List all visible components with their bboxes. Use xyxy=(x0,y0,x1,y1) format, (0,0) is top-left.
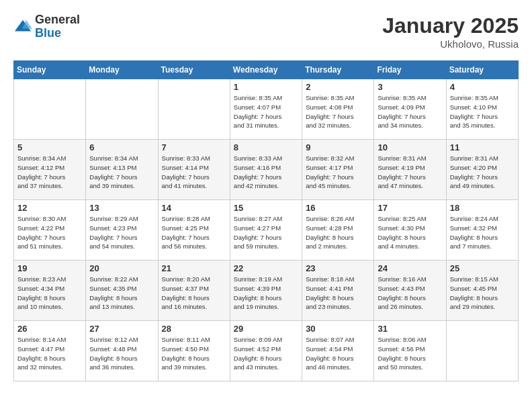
calendar-week-row: 1Sunrise: 8:35 AMSunset: 4:07 PMDaylight… xyxy=(14,79,519,140)
day-number: 26 xyxy=(17,324,82,334)
calendar-day-header: Wednesday xyxy=(230,61,302,79)
calendar-day-cell: 12Sunrise: 8:30 AMSunset: 4:22 PMDayligh… xyxy=(14,200,86,261)
calendar-day-cell: 4Sunrise: 8:35 AMSunset: 4:10 PMDaylight… xyxy=(446,79,518,140)
calendar-day-cell: 3Sunrise: 8:35 AMSunset: 4:09 PMDaylight… xyxy=(374,79,446,140)
calendar-day-cell: 2Sunrise: 8:35 AMSunset: 4:08 PMDaylight… xyxy=(302,79,374,140)
day-info: Sunrise: 8:35 AMSunset: 4:09 PMDaylight:… xyxy=(378,93,442,130)
calendar-day-cell: 29Sunrise: 8:09 AMSunset: 4:52 PMDayligh… xyxy=(230,321,302,381)
calendar-day-cell: 24Sunrise: 8:16 AMSunset: 4:43 PMDayligh… xyxy=(374,261,446,321)
calendar-day-cell: 27Sunrise: 8:12 AMSunset: 4:48 PMDayligh… xyxy=(86,321,158,381)
logo-general-text: General xyxy=(35,13,80,27)
calendar-day-cell: 10Sunrise: 8:31 AMSunset: 4:19 PMDayligh… xyxy=(374,140,446,200)
day-number: 7 xyxy=(162,142,226,152)
day-info: Sunrise: 8:35 AMSunset: 4:07 PMDaylight:… xyxy=(234,93,298,130)
day-number: 8 xyxy=(234,142,298,152)
calendar-day-header: Saturday xyxy=(446,61,518,79)
calendar-day-cell: 20Sunrise: 8:22 AMSunset: 4:35 PMDayligh… xyxy=(86,261,158,321)
day-info: Sunrise: 8:34 AMSunset: 4:12 PMDaylight:… xyxy=(17,154,82,191)
day-info: Sunrise: 8:14 AMSunset: 4:47 PMDaylight:… xyxy=(17,335,82,372)
day-info: Sunrise: 8:30 AMSunset: 4:22 PMDaylight:… xyxy=(17,214,82,251)
calendar-week-row: 26Sunrise: 8:14 AMSunset: 4:47 PMDayligh… xyxy=(14,321,519,381)
day-number: 17 xyxy=(378,203,442,213)
day-number: 18 xyxy=(450,203,515,213)
day-info: Sunrise: 8:31 AMSunset: 4:19 PMDaylight:… xyxy=(378,154,442,191)
calendar-day-cell: 9Sunrise: 8:32 AMSunset: 4:17 PMDaylight… xyxy=(302,140,374,200)
day-number: 12 xyxy=(17,203,82,213)
day-info: Sunrise: 8:16 AMSunset: 4:43 PMDaylight:… xyxy=(378,275,442,312)
calendar-day-cell: 26Sunrise: 8:14 AMSunset: 4:47 PMDayligh… xyxy=(14,321,86,381)
calendar-day-cell: 23Sunrise: 8:18 AMSunset: 4:41 PMDayligh… xyxy=(302,261,374,321)
calendar-day-cell xyxy=(86,79,158,140)
calendar-header-row: SundayMondayTuesdayWednesdayThursdayFrid… xyxy=(14,61,519,79)
day-number: 10 xyxy=(378,142,442,152)
calendar-day-cell: 21Sunrise: 8:20 AMSunset: 4:37 PMDayligh… xyxy=(158,261,230,321)
day-info: Sunrise: 8:28 AMSunset: 4:25 PMDaylight:… xyxy=(162,214,226,251)
calendar-day-cell: 8Sunrise: 8:33 AMSunset: 4:16 PMDaylight… xyxy=(230,140,302,200)
calendar-day-cell xyxy=(158,79,230,140)
calendar-day-header: Tuesday xyxy=(158,61,230,79)
calendar-day-cell: 5Sunrise: 8:34 AMSunset: 4:12 PMDaylight… xyxy=(14,140,86,200)
day-info: Sunrise: 8:32 AMSunset: 4:17 PMDaylight:… xyxy=(306,154,370,191)
calendar-week-row: 12Sunrise: 8:30 AMSunset: 4:22 PMDayligh… xyxy=(14,200,519,261)
page-header: General Blue January 2025 Ukholovo, Russ… xyxy=(13,13,519,50)
calendar-day-cell: 28Sunrise: 8:11 AMSunset: 4:50 PMDayligh… xyxy=(158,321,230,381)
calendar-day-cell: 30Sunrise: 8:07 AMSunset: 4:54 PMDayligh… xyxy=(302,321,374,381)
calendar-day-cell: 6Sunrise: 8:34 AMSunset: 4:13 PMDaylight… xyxy=(86,140,158,200)
day-info: Sunrise: 8:18 AMSunset: 4:41 PMDaylight:… xyxy=(306,275,370,312)
logo: General Blue xyxy=(13,13,80,40)
day-info: Sunrise: 8:35 AMSunset: 4:10 PMDaylight:… xyxy=(450,93,515,130)
day-info: Sunrise: 8:12 AMSunset: 4:48 PMDaylight:… xyxy=(89,335,154,372)
day-number: 23 xyxy=(306,263,370,273)
title-block: January 2025 Ukholovo, Russia xyxy=(382,13,519,50)
day-number: 5 xyxy=(17,142,82,152)
calendar-day-cell: 13Sunrise: 8:29 AMSunset: 4:23 PMDayligh… xyxy=(86,200,158,261)
logo-blue-text: Blue xyxy=(35,27,80,40)
day-info: Sunrise: 8:19 AMSunset: 4:39 PMDaylight:… xyxy=(234,275,298,312)
day-number: 9 xyxy=(306,142,370,152)
calendar-body: 1Sunrise: 8:35 AMSunset: 4:07 PMDaylight… xyxy=(14,79,519,381)
day-info: Sunrise: 8:31 AMSunset: 4:20 PMDaylight:… xyxy=(450,154,515,191)
day-info: Sunrise: 8:20 AMSunset: 4:37 PMDaylight:… xyxy=(162,275,226,312)
calendar-day-header: Monday xyxy=(86,61,158,79)
day-number: 28 xyxy=(162,324,226,334)
day-info: Sunrise: 8:11 AMSunset: 4:50 PMDaylight:… xyxy=(162,335,226,372)
day-info: Sunrise: 8:23 AMSunset: 4:34 PMDaylight:… xyxy=(17,275,82,312)
day-info: Sunrise: 8:09 AMSunset: 4:52 PMDaylight:… xyxy=(234,335,298,372)
day-number: 3 xyxy=(378,82,442,92)
calendar-day-header: Friday xyxy=(374,61,446,79)
calendar-day-cell: 31Sunrise: 8:06 AMSunset: 4:56 PMDayligh… xyxy=(374,321,446,381)
day-info: Sunrise: 8:35 AMSunset: 4:08 PMDaylight:… xyxy=(306,93,370,130)
day-number: 15 xyxy=(234,203,298,213)
day-number: 2 xyxy=(306,82,370,92)
day-number: 16 xyxy=(306,203,370,213)
calendar-day-cell: 16Sunrise: 8:26 AMSunset: 4:28 PMDayligh… xyxy=(302,200,374,261)
calendar-day-cell: 19Sunrise: 8:23 AMSunset: 4:34 PMDayligh… xyxy=(14,261,86,321)
day-info: Sunrise: 8:22 AMSunset: 4:35 PMDaylight:… xyxy=(89,275,154,312)
day-number: 29 xyxy=(234,324,298,334)
day-number: 13 xyxy=(89,203,154,213)
day-number: 31 xyxy=(378,324,442,334)
day-info: Sunrise: 8:06 AMSunset: 4:56 PMDaylight:… xyxy=(378,335,442,372)
day-info: Sunrise: 8:29 AMSunset: 4:23 PMDaylight:… xyxy=(89,214,154,251)
calendar-day-cell: 15Sunrise: 8:27 AMSunset: 4:27 PMDayligh… xyxy=(230,200,302,261)
day-info: Sunrise: 8:15 AMSunset: 4:45 PMDaylight:… xyxy=(450,275,515,312)
calendar-table: SundayMondayTuesdayWednesdayThursdayFrid… xyxy=(13,60,519,381)
calendar-day-header: Thursday xyxy=(302,61,374,79)
day-number: 30 xyxy=(306,324,370,334)
day-number: 19 xyxy=(17,263,82,273)
day-info: Sunrise: 8:07 AMSunset: 4:54 PMDaylight:… xyxy=(306,335,370,372)
calendar-day-cell xyxy=(446,321,518,381)
day-number: 6 xyxy=(89,142,154,152)
calendar-day-cell: 14Sunrise: 8:28 AMSunset: 4:25 PMDayligh… xyxy=(158,200,230,261)
day-number: 20 xyxy=(89,263,154,273)
calendar-day-cell: 22Sunrise: 8:19 AMSunset: 4:39 PMDayligh… xyxy=(230,261,302,321)
location-subtitle: Ukholovo, Russia xyxy=(382,38,519,50)
day-number: 27 xyxy=(89,324,154,334)
day-info: Sunrise: 8:26 AMSunset: 4:28 PMDaylight:… xyxy=(306,214,370,251)
day-number: 1 xyxy=(234,82,298,92)
calendar-day-header: Sunday xyxy=(14,61,86,79)
day-number: 21 xyxy=(162,263,226,273)
day-number: 4 xyxy=(450,82,515,92)
calendar-day-cell: 18Sunrise: 8:24 AMSunset: 4:32 PMDayligh… xyxy=(446,200,518,261)
calendar-week-row: 5Sunrise: 8:34 AMSunset: 4:12 PMDaylight… xyxy=(14,140,519,200)
